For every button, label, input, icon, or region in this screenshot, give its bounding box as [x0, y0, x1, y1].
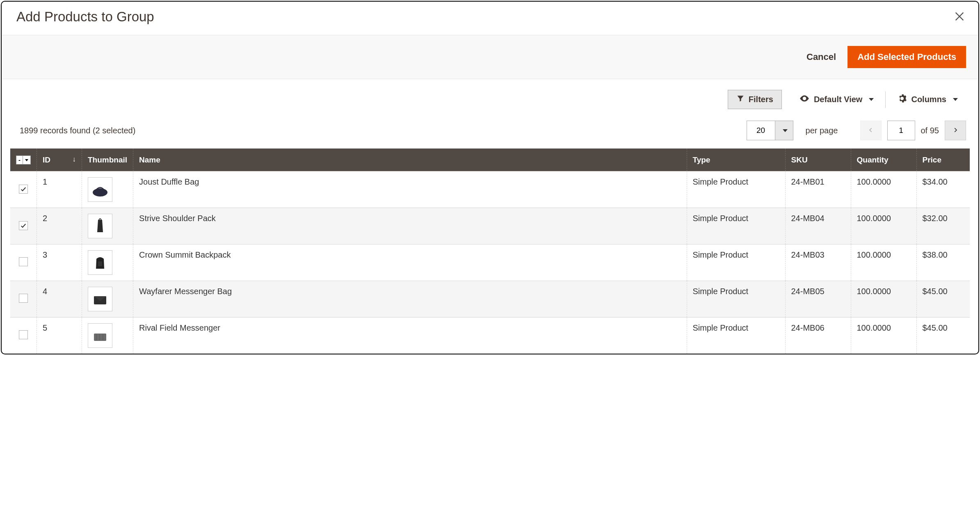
- modal-header: Add Products to Group: [2, 2, 978, 35]
- svg-point-2: [804, 98, 805, 99]
- cell-thumbnail: [82, 318, 133, 354]
- default-view-button[interactable]: Default View: [791, 89, 882, 110]
- grid-header-row: - ID ↓ Thumbnail Name Type SKU Quantity …: [10, 149, 970, 171]
- cell-thumbnail: [82, 281, 133, 318]
- cell-id: 1: [37, 171, 82, 208]
- columns-button[interactable]: Columns: [889, 89, 966, 110]
- cell-quantity: 100.0000: [851, 208, 916, 245]
- row-checkbox[interactable]: [19, 257, 28, 266]
- col-header-id[interactable]: ID ↓: [37, 149, 82, 171]
- cell-price: $45.00: [916, 318, 970, 354]
- sort-desc-icon: ↓: [73, 155, 76, 164]
- cell-type: Simple Product: [687, 245, 785, 281]
- thumbnail-image: [88, 214, 112, 238]
- pagination: per page of 95: [747, 121, 966, 140]
- row-checkbox[interactable]: [19, 330, 28, 339]
- chevron-down-icon: [783, 129, 788, 132]
- grid-toolbar: Filters Default View Columns: [2, 79, 978, 115]
- cell-name: Joust Duffle Bag: [133, 171, 687, 208]
- records-bar: 1899 records found (2 selected) per page…: [2, 115, 978, 149]
- table-row[interactable]: 1Joust Duffle BagSimple Product24-MB0110…: [10, 171, 970, 208]
- cell-sku: 24-MB03: [785, 245, 851, 281]
- filters-button[interactable]: Filters: [728, 90, 782, 109]
- cell-quantity: 100.0000: [851, 171, 916, 208]
- table-row[interactable]: 5Rival Field MessengerSimple Product24-M…: [10, 318, 970, 354]
- col-header-type[interactable]: Type: [687, 149, 785, 171]
- cell-id: 2: [37, 208, 82, 245]
- toolbar-divider: [885, 91, 886, 108]
- col-header-price[interactable]: Price: [916, 149, 970, 171]
- cell-price: $32.00: [916, 208, 970, 245]
- col-header-sku[interactable]: SKU: [785, 149, 851, 171]
- chevron-down-icon: [869, 98, 874, 101]
- filter-icon: [736, 94, 745, 105]
- cell-thumbnail: [82, 208, 133, 245]
- cancel-button[interactable]: Cancel: [806, 52, 836, 62]
- per-page-selector: [747, 121, 793, 140]
- close-icon: [954, 17, 965, 23]
- products-grid: - ID ↓ Thumbnail Name Type SKU Quantity …: [10, 149, 970, 354]
- cell-type: Simple Product: [687, 318, 785, 354]
- add-selected-products-button[interactable]: Add Selected Products: [848, 46, 966, 68]
- row-checkbox[interactable]: [19, 294, 28, 303]
- per-page-input[interactable]: [747, 121, 775, 140]
- cell-sku: 24-MB05: [785, 281, 851, 318]
- table-row[interactable]: 2Strive Shoulder PackSimple Product24-MB…: [10, 208, 970, 245]
- col-header-thumbnail[interactable]: Thumbnail: [82, 149, 133, 171]
- records-found-text: 1899 records found (2 selected): [20, 126, 135, 135]
- cell-id: 3: [37, 245, 82, 281]
- col-header-select[interactable]: -: [10, 149, 37, 171]
- columns-label: Columns: [911, 95, 946, 104]
- per-page-dropdown[interactable]: [775, 121, 793, 140]
- cell-id: 4: [37, 281, 82, 318]
- col-header-name[interactable]: Name: [133, 149, 687, 171]
- gear-icon: [897, 94, 907, 105]
- cell-id: 5: [37, 318, 82, 354]
- cell-type: Simple Product: [687, 171, 785, 208]
- cell-thumbnail: [82, 245, 133, 281]
- next-page-button[interactable]: [945, 121, 966, 140]
- cell-price: $45.00: [916, 281, 970, 318]
- add-products-modal: Add Products to Group Cancel Add Selecte…: [1, 1, 979, 354]
- chevron-left-icon: [868, 126, 874, 135]
- cell-name: Strive Shoulder Pack: [133, 208, 687, 245]
- chevron-right-icon: [953, 126, 958, 135]
- page-of-text: of 95: [921, 126, 939, 135]
- prev-page-button[interactable]: [860, 121, 882, 140]
- action-bar: Cancel Add Selected Products: [2, 35, 978, 79]
- row-checkbox[interactable]: [19, 185, 28, 194]
- default-view-label: Default View: [814, 95, 863, 104]
- cell-price: $38.00: [916, 245, 970, 281]
- close-button[interactable]: [952, 9, 967, 25]
- col-header-quantity[interactable]: Quantity: [851, 149, 916, 171]
- cell-sku: 24-MB06: [785, 318, 851, 354]
- thumbnail-image: [88, 323, 112, 348]
- modal-title: Add Products to Group: [16, 9, 154, 25]
- cell-thumbnail: [82, 171, 133, 208]
- thumbnail-image: [88, 287, 112, 311]
- cell-quantity: 100.0000: [851, 318, 916, 354]
- cell-type: Simple Product: [687, 208, 785, 245]
- thumbnail-image: [88, 250, 112, 275]
- cell-sku: 24-MB01: [785, 171, 851, 208]
- per-page-label: per page: [806, 126, 838, 135]
- table-row[interactable]: 3Crown Summit BackpackSimple Product24-M…: [10, 245, 970, 281]
- row-checkbox[interactable]: [19, 221, 28, 230]
- thumbnail-image: [88, 177, 112, 202]
- cell-quantity: 100.0000: [851, 281, 916, 318]
- cell-sku: 24-MB04: [785, 208, 851, 245]
- filters-label: Filters: [749, 95, 773, 104]
- cell-type: Simple Product: [687, 281, 785, 318]
- cell-price: $34.00: [916, 171, 970, 208]
- chevron-down-icon: [953, 98, 958, 101]
- current-page-input[interactable]: [887, 121, 915, 140]
- cell-name: Rival Field Messenger: [133, 318, 687, 354]
- eye-icon: [799, 93, 810, 106]
- cell-name: Wayfarer Messenger Bag: [133, 281, 687, 318]
- cell-quantity: 100.0000: [851, 245, 916, 281]
- cell-name: Crown Summit Backpack: [133, 245, 687, 281]
- select-all-dropdown[interactable]: -: [16, 155, 31, 165]
- table-row[interactable]: 4Wayfarer Messenger BagSimple Product24-…: [10, 281, 970, 318]
